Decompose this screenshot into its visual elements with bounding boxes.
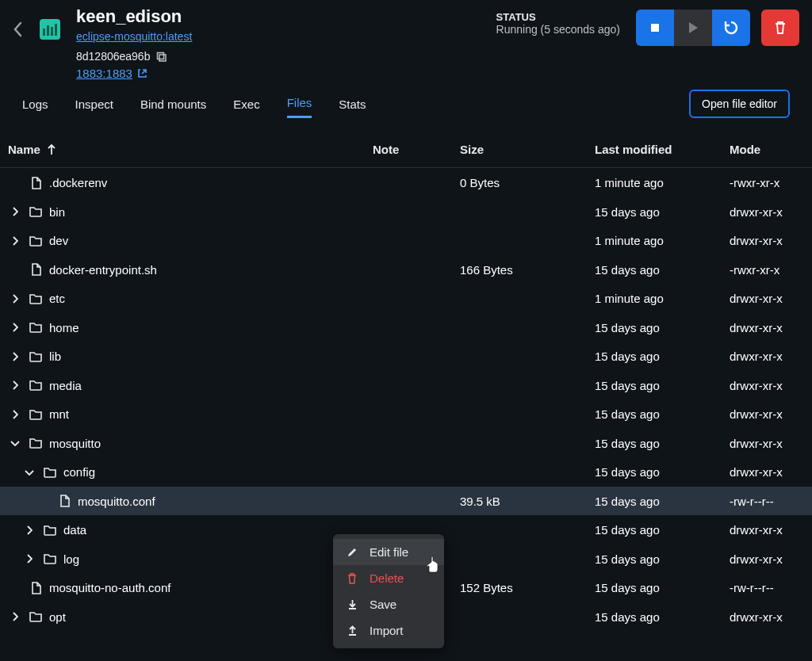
container-title: keen_edison <box>76 6 496 27</box>
chevron-right-icon[interactable] <box>8 323 22 332</box>
menu-save[interactable]: Save <box>333 591 444 617</box>
table-row[interactable]: etc1 minute agodrwxr-xr-x <box>0 284 812 313</box>
file-icon <box>29 177 43 189</box>
status-text: Running (5 seconds ago) <box>496 23 620 36</box>
svg-rect-2 <box>651 24 659 32</box>
folder-icon <box>43 467 57 478</box>
file-modified: 15 days ago <box>595 379 730 392</box>
status-label: STATUS <box>496 11 620 23</box>
file-name: config <box>63 465 95 479</box>
file-size: 166 Bytes <box>460 263 595 277</box>
file-size: 0 Bytes <box>460 176 595 189</box>
folder-icon <box>29 351 43 362</box>
file-mode: drwxr-xr-x <box>730 465 812 479</box>
stop-button[interactable] <box>636 10 674 46</box>
menu-import[interactable]: Import <box>333 617 444 644</box>
file-mode: drwxr-xr-x <box>730 321 812 334</box>
file-name: etc <box>49 292 65 305</box>
back-button[interactable] <box>13 21 24 38</box>
file-modified: 15 days ago <box>595 465 730 479</box>
tab-bind-mounts[interactable]: Bind mounts <box>140 91 206 117</box>
file-name: mosquitto.conf <box>78 495 155 508</box>
file-modified: 15 days ago <box>595 437 730 450</box>
column-mode[interactable]: Mode <box>730 143 812 156</box>
tab-logs[interactable]: Logs <box>22 91 48 117</box>
file-modified: 15 days ago <box>595 523 730 537</box>
column-note[interactable]: Note <box>373 143 460 156</box>
table-row[interactable]: dev1 minute agodrwxr-xr-x <box>0 226 812 255</box>
tab-files[interactable]: Files <box>287 90 312 118</box>
table-row[interactable]: lib15 days agodrwxr-xr-x <box>0 342 812 371</box>
file-name: home <box>49 321 79 334</box>
file-icon <box>57 495 71 507</box>
table-row[interactable]: .dockerenv0 Bytes1 minute ago-rwxr-xr-x <box>0 168 812 197</box>
file-mode: -rw-r--r-- <box>730 495 812 508</box>
file-name: mosquitto-no-auth.conf <box>49 581 170 594</box>
folder-icon <box>29 235 43 246</box>
file-name: dev <box>49 234 68 247</box>
chevron-right-icon[interactable] <box>8 352 22 361</box>
file-modified: 1 minute ago <box>595 234 730 247</box>
file-modified: 15 days ago <box>595 581 730 594</box>
folder-icon <box>29 206 43 217</box>
image-link[interactable]: eclipse-mosquitto:latest <box>76 30 192 43</box>
chevron-right-icon[interactable] <box>8 207 22 216</box>
chevron-right-icon[interactable] <box>8 236 22 246</box>
file-name: mnt <box>49 407 69 421</box>
chevron-right-icon[interactable] <box>8 410 22 419</box>
tab-inspect[interactable]: Inspect <box>75 91 113 117</box>
table-row[interactable]: home15 days agodrwxr-xr-x <box>0 313 812 342</box>
column-modified[interactable]: Last modified <box>595 143 730 156</box>
sort-asc-icon[interactable] <box>47 144 56 155</box>
chevron-right-icon[interactable] <box>22 525 36 535</box>
table-row[interactable]: bin15 days agodrwxr-xr-x <box>0 197 812 227</box>
chevron-down-icon[interactable] <box>8 440 22 446</box>
table-row[interactable]: config15 days agodrwxr-xr-x <box>0 457 812 487</box>
file-mode: drwxr-xr-x <box>730 523 812 537</box>
folder-icon <box>29 409 43 420</box>
file-icon <box>29 263 43 276</box>
table-row[interactable]: mosquitto.conf39.5 kB15 days ago-rw-r--r… <box>0 487 812 516</box>
chevron-down-icon[interactable] <box>22 469 36 476</box>
file-name: log <box>63 552 79 566</box>
file-modified: 15 days ago <box>595 495 730 508</box>
file-modified: 1 minute ago <box>595 176 730 189</box>
tab-stats[interactable]: Stats <box>339 91 366 117</box>
pencil-icon <box>346 547 358 558</box>
start-button[interactable] <box>674 10 712 46</box>
file-name: mosquitto <box>49 437 101 450</box>
file-modified: 15 days ago <box>595 407 730 421</box>
file-mode: drwxr-xr-x <box>730 205 812 219</box>
chevron-right-icon[interactable] <box>8 380 22 390</box>
file-mode: -rwxr-xr-x <box>730 263 812 277</box>
table-row[interactable]: media15 days agodrwxr-xr-x <box>0 371 812 400</box>
port-link[interactable]: 1883:1883 <box>76 67 147 80</box>
restart-button[interactable] <box>712 10 750 46</box>
table-row[interactable]: mosquitto15 days agodrwxr-xr-x <box>0 429 812 458</box>
cursor-pointer-icon <box>425 555 441 574</box>
file-modified: 15 days ago <box>595 350 730 363</box>
table-row[interactable]: docker-entrypoint.sh166 Bytes15 days ago… <box>0 255 812 285</box>
column-name[interactable]: Name <box>8 143 40 156</box>
container-icon <box>40 19 60 40</box>
delete-button[interactable] <box>761 10 799 46</box>
tab-exec[interactable]: Exec <box>233 91 259 117</box>
folder-icon <box>29 293 43 304</box>
file-mode: drwxr-xr-x <box>730 350 812 363</box>
file-name: opt <box>49 610 66 624</box>
file-mode: -rwxr-xr-x <box>730 176 812 189</box>
file-mode: drwxr-xr-x <box>730 407 812 421</box>
chevron-right-icon[interactable] <box>8 294 22 304</box>
chevron-right-icon[interactable] <box>22 554 36 564</box>
file-mode: drwxr-xr-x <box>730 437 812 450</box>
folder-icon <box>29 380 43 391</box>
folder-icon <box>43 553 57 564</box>
file-mode: drwxr-xr-x <box>730 234 812 247</box>
copy-icon[interactable] <box>156 52 167 63</box>
svg-rect-0 <box>159 55 166 61</box>
open-file-editor-button[interactable]: Open file editor <box>689 90 790 118</box>
column-size[interactable]: Size <box>460 143 595 156</box>
file-mode: drwxr-xr-x <box>730 610 812 624</box>
chevron-right-icon[interactable] <box>8 612 22 621</box>
table-row[interactable]: mnt15 days agodrwxr-xr-x <box>0 399 812 429</box>
